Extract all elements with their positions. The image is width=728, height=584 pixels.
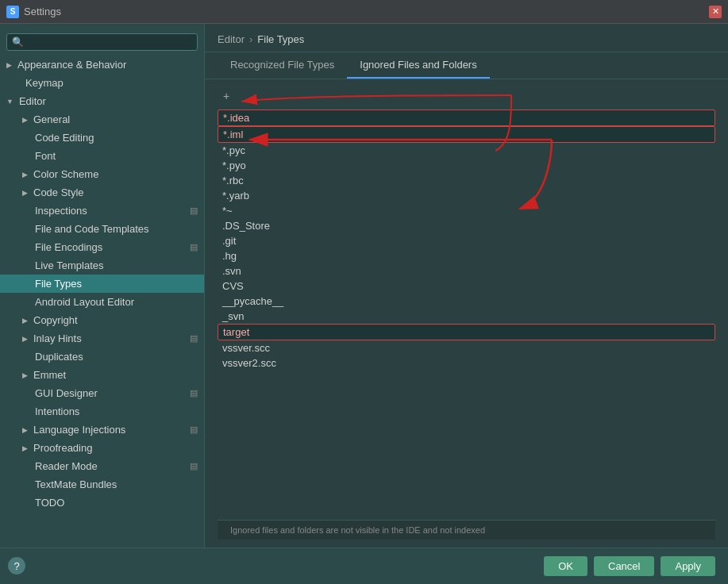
- sidebar-label: TODO: [35, 497, 64, 509]
- list-item[interactable]: .git: [218, 233, 715, 248]
- tab-ignored[interactable]: Ignored Files and Folders: [347, 52, 489, 79]
- app-icon: S: [6, 6, 19, 18]
- sidebar-label: General: [33, 113, 70, 125]
- sidebar-item-intentions[interactable]: Intentions: [0, 402, 204, 421]
- list-item[interactable]: *.pyo: [218, 158, 715, 173]
- cancel-button[interactable]: Cancel: [594, 556, 654, 576]
- sidebar-label: Proofreading: [33, 442, 92, 454]
- sidebar-label: File Types: [35, 278, 82, 290]
- chevron-icon: ▼: [6, 98, 13, 106]
- sidebar-item-color-scheme[interactable]: ▶Color Scheme: [0, 165, 204, 183]
- sidebar-item-copyright[interactable]: ▶Copyright: [0, 311, 204, 329]
- chevron-icon: ▶: [22, 116, 28, 124]
- sidebar-item-file-types[interactable]: File Types: [0, 275, 204, 293]
- sidebar-label: Inspections: [35, 205, 87, 217]
- chevron-icon: ▶: [22, 317, 28, 325]
- sidebar-label: TextMate Bundles: [35, 478, 117, 490]
- breadcrumb-parent: Editor: [218, 33, 245, 45]
- breadcrumb-separator: ›: [249, 33, 252, 45]
- list-item[interactable]: *.rbc: [218, 173, 715, 188]
- list-item[interactable]: *.iml: [218, 126, 715, 143]
- settings-icon: ▤: [190, 242, 198, 252]
- sidebar-items-container: ▶Appearance & BehaviorKeymap▼Editor▶Gene…: [0, 56, 204, 512]
- bottom-bar: OK Cancel Apply: [0, 548, 728, 584]
- tabs: Recognized File Types Ignored Files and …: [205, 52, 728, 79]
- settings-icon: ▤: [190, 461, 198, 471]
- close-button[interactable]: ✕: [709, 6, 722, 18]
- sidebar-item-proofreading[interactable]: ▶Proofreading: [0, 439, 204, 457]
- sidebar-item-reader-mode[interactable]: Reader Mode▤: [0, 457, 204, 475]
- sidebar-item-emmet[interactable]: ▶Emmet: [0, 366, 204, 384]
- sidebar-label: Reader Mode: [35, 460, 98, 472]
- sidebar-label: Android Layout Editor: [35, 296, 134, 308]
- sidebar-item-file-encodings[interactable]: File Encodings▤: [0, 238, 204, 256]
- sidebar-label: Font: [35, 150, 56, 162]
- settings-icon: ▤: [190, 388, 198, 398]
- sidebar-label: File Encodings: [35, 241, 102, 253]
- help-button[interactable]: ?: [8, 557, 25, 574]
- breadcrumb: Editor › File Types: [205, 24, 728, 52]
- content-area: ▶Appearance & BehaviorKeymap▼Editor▶Gene…: [0, 24, 728, 548]
- list-item[interactable]: *.idea: [218, 110, 715, 126]
- sidebar-item-general[interactable]: ▶General: [0, 110, 204, 129]
- apply-button[interactable]: Apply: [661, 556, 715, 576]
- list-item[interactable]: vssver2.scc: [218, 355, 715, 371]
- chevron-icon: ▶: [22, 426, 28, 434]
- sidebar-item-font[interactable]: Font: [0, 147, 204, 165]
- bottom-wrapper: OK Cancel Apply ?: [0, 548, 728, 584]
- chevron-icon: ▶: [6, 61, 12, 69]
- sidebar-label: Inlay Hints: [33, 332, 82, 344]
- sidebar-item-inlay-hints[interactable]: ▶Inlay Hints▤: [0, 329, 204, 348]
- list-item[interactable]: *~: [218, 203, 715, 218]
- sidebar-item-code-editing[interactable]: Code Editing: [0, 129, 204, 147]
- list-item[interactable]: .DS_Store: [218, 218, 715, 233]
- list-item[interactable]: .svn: [218, 263, 715, 279]
- sidebar: ▶Appearance & BehaviorKeymap▼Editor▶Gene…: [0, 24, 205, 548]
- sidebar-label: GUI Designer: [35, 387, 98, 399]
- sidebar-label: Intentions: [35, 405, 79, 417]
- sidebar-item-inspections[interactable]: Inspections▤: [0, 202, 204, 220]
- tab-recognized[interactable]: Recognized File Types: [218, 52, 347, 79]
- list-item[interactable]: _svn: [218, 309, 715, 324]
- list-item[interactable]: .hg: [218, 248, 715, 263]
- sidebar-label: Code Editing: [35, 132, 94, 144]
- file-list-container: *.idea*.iml*.pyc*.pyo*.rbc*.yarb*~.DS_St…: [218, 110, 715, 371]
- sidebar-item-language-injections[interactable]: ▶Language Injections▤: [0, 421, 204, 439]
- sidebar-item-live-templates[interactable]: Live Templates: [0, 256, 204, 275]
- sidebar-item-android-layout[interactable]: Android Layout Editor: [0, 293, 204, 311]
- sidebar-item-todo[interactable]: TODO: [0, 494, 204, 512]
- sidebar-label: Copyright: [33, 314, 78, 326]
- list-item[interactable]: vssver.scc: [218, 340, 715, 355]
- ok-button[interactable]: OK: [544, 556, 587, 576]
- title-bar: S Settings ✕: [0, 0, 728, 24]
- list-item[interactable]: *.yarb: [218, 188, 715, 203]
- sidebar-label: Keymap: [25, 77, 64, 89]
- status-text: Ignored files and folders are not visibl…: [230, 525, 485, 535]
- chevron-icon: ▶: [22, 171, 28, 179]
- sidebar-item-textmate-bundles[interactable]: TextMate Bundles: [0, 475, 204, 494]
- sidebar-label: Emmet: [33, 369, 66, 381]
- sidebar-item-file-code-templates[interactable]: File and Code Templates: [0, 220, 204, 238]
- sidebar-item-appearance[interactable]: ▶Appearance & Behavior: [0, 56, 204, 74]
- chevron-icon: ▶: [22, 335, 28, 343]
- sidebar-item-editor[interactable]: ▼Editor: [0, 92, 204, 110]
- sidebar-label: File and Code Templates: [35, 223, 149, 235]
- list-item[interactable]: *.pyc: [218, 143, 715, 158]
- title-bar-text: Settings: [24, 6, 709, 17]
- sidebar-item-code-style[interactable]: ▶Code Style: [0, 183, 204, 202]
- file-list: *.idea*.iml*.pyc*.pyo*.rbc*.yarb*~.DS_St…: [218, 110, 715, 520]
- settings-icon: ▤: [190, 206, 198, 216]
- toolbar: +: [218, 87, 715, 105]
- main-container: ▶Appearance & BehaviorKeymap▼Editor▶Gene…: [0, 24, 728, 584]
- sidebar-item-gui-designer[interactable]: GUI Designer▤: [0, 384, 204, 402]
- list-item[interactable]: target: [218, 324, 715, 340]
- list-item[interactable]: __pycache__: [218, 294, 715, 309]
- list-item[interactable]: CVS: [218, 279, 715, 294]
- sidebar-label: Editor: [19, 95, 46, 107]
- add-button[interactable]: +: [218, 87, 235, 105]
- search-input[interactable]: [6, 33, 198, 51]
- sidebar-label: Duplicates: [35, 351, 83, 363]
- sidebar-item-keymap[interactable]: Keymap: [0, 74, 204, 92]
- sidebar-item-duplicates[interactable]: Duplicates: [0, 348, 204, 366]
- chevron-icon: ▶: [22, 189, 28, 197]
